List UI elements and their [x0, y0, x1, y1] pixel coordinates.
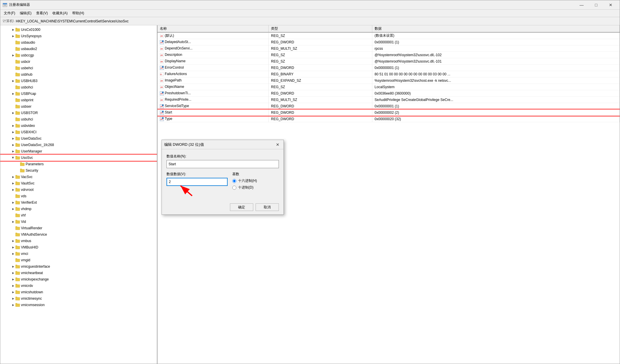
tree-arrow-usbccgp[interactable]: ▶: [11, 53, 15, 58]
tree-item-usbaudio[interactable]: usbaudio: [0, 39, 157, 46]
tree-item-USBPcap[interactable]: ▶ USBPcap: [0, 90, 157, 97]
table-row[interactable]: abDependOnServi... REG_MULTI_SZ rpcss: [157, 45, 620, 52]
tree-arrow-Vid[interactable]: ▶: [11, 219, 15, 224]
table-row[interactable]: 01FailureActions REG_BINARY 80 51 01 00 …: [157, 71, 620, 77]
radio-hex-label[interactable]: 十六进制(H): [232, 178, 279, 183]
tree-arrow-USBXHCI[interactable]: ▶: [11, 130, 15, 134]
tree-item-vhdmp[interactable]: ▶ vhdmp: [0, 206, 157, 212]
tree-item-usbprint[interactable]: usbprint: [0, 97, 157, 103]
table-row[interactable]: abErrorControl REG_DWORD 0x00000001 (1): [157, 65, 620, 71]
tree-item-USBHUB3[interactable]: ▶ USBHUB3: [0, 78, 157, 84]
tree-item-vhf[interactable]: vhf: [0, 212, 157, 219]
tree-arrow-vmci[interactable]: ▶: [11, 251, 15, 256]
tree-item-USBXHCI[interactable]: ▶ USBXHCI: [0, 129, 157, 135]
tree-arrow-UrsSynopsys[interactable]: ▶: [11, 34, 15, 38]
tree-item-UserDataSvc_1fc268[interactable]: ▶ UserDataSvc_1fc268: [0, 142, 157, 148]
radio-dec[interactable]: [232, 186, 236, 190]
table-row[interactable]: abDescription REG_SZ @%systemroot%\syste…: [157, 52, 620, 58]
tree-item-USBSTOR[interactable]: ▶ USBSTOR: [0, 110, 157, 116]
value-data-input[interactable]: [166, 178, 228, 186]
tree-arrow-UserManager[interactable]: ▶: [11, 149, 15, 154]
tree-item-usbser[interactable]: usbser: [0, 103, 157, 110]
menu-help[interactable]: 帮助(H): [70, 10, 86, 16]
tree-item-VirtualRender[interactable]: VirtualRender: [0, 225, 157, 231]
ok-button[interactable]: 确定: [230, 203, 253, 211]
tree-item-Parameters[interactable]: Parameters: [0, 161, 157, 167]
tree-item-vmictimesync[interactable]: ▶ vmictimesync: [0, 295, 157, 302]
tree-item-usbvideo[interactable]: ▶ usbvideo: [0, 122, 157, 129]
tree-item-usbcir[interactable]: usbcir: [0, 58, 157, 65]
tree-arrow-usbvideo[interactable]: ▶: [11, 123, 15, 128]
tree-item-VMBusHID[interactable]: ▶ VMBusHID: [0, 244, 157, 251]
tree-item-vmicrdv[interactable]: ▶ vmicrdv: [0, 283, 157, 289]
tree-arrow-UserDataSvc_1fc268[interactable]: ▶: [11, 143, 15, 147]
tree-item-VacSvc[interactable]: ▶ VacSvc: [0, 174, 157, 180]
menu-file[interactable]: 文件(F): [1, 10, 17, 16]
close-button[interactable]: ✕: [604, 1, 617, 9]
table-row[interactable]: abDisplayName REG_SZ @%systemroot%\syste…: [157, 58, 620, 65]
tree-item-UrsSynopsys[interactable]: ▶ UrsSynopsys: [0, 33, 157, 39]
tree-arrow-UserDataSvc[interactable]: ▶: [11, 136, 15, 141]
tree-arrow-vmicheartbeat[interactable]: ▶: [11, 271, 15, 275]
tree-panel[interactable]: ▶ UrsCx01000▶ UrsSynopsys usbaudio usbau…: [0, 25, 157, 364]
tree-arrow-VacSvc[interactable]: ▶: [11, 175, 15, 179]
tree-item-UserDataSvc[interactable]: ▶ UserDataSvc: [0, 135, 157, 142]
tree-arrow-USBPcap[interactable]: ▶: [11, 91, 15, 96]
radio-hex[interactable]: [232, 179, 236, 183]
table-row[interactable]: abDelayedAutoSt... REG_DWORD 0x00000001 …: [157, 39, 620, 45]
tree-item-VerifierExt[interactable]: ▶ VerifierExt: [0, 199, 157, 206]
table-row[interactable]: ab(默认) REG_SZ (数值未设置): [157, 32, 620, 39]
tree-arrow-VaultSvc[interactable]: ▶: [11, 181, 15, 186]
table-row[interactable]: abType REG_DWORD 0x00000020 (32): [157, 116, 620, 122]
tree-arrow-VerifierExt[interactable]: ▶: [11, 200, 15, 205]
table-row[interactable]: abStart REG_DWORD 0x00000002 (2): [157, 109, 620, 116]
table-row[interactable]: abImagePath REG_EXPAND_SZ %systemroot%\s…: [157, 77, 620, 84]
tree-arrow-vmicrdv[interactable]: ▶: [11, 283, 15, 288]
edit-dword-dialog[interactable]: 编辑 DWORD (32 位)值 ✕ 数值名称(N): 数值数据(V): 基数: [162, 140, 284, 215]
menu-view[interactable]: 查看(V): [34, 10, 50, 16]
tree-item-UrsCx01000[interactable]: ▶ UrsCx01000: [0, 26, 157, 33]
tree-item-vmicvmsession[interactable]: ▶ vmicvmsession: [0, 302, 157, 308]
maximize-button[interactable]: □: [589, 1, 603, 9]
table-row[interactable]: abRequiredPrivile... REG_MULTI_SZ SeAudi…: [157, 97, 620, 103]
tree-arrow-USBSTOR[interactable]: ▶: [11, 111, 15, 115]
table-row[interactable]: abPreshutdownTi... REG_DWORD 0x0036ee80 …: [157, 90, 620, 97]
tree-arrow-vmbus[interactable]: ▶: [11, 239, 15, 243]
tree-item-UsoSvc[interactable]: ▶ UsoSvc: [0, 155, 157, 161]
tree-item-UserManager[interactable]: ▶ UserManager: [0, 148, 157, 155]
radio-dec-label[interactable]: 十进制(D): [232, 185, 279, 190]
tree-item-VMAuthdService[interactable]: VMAuthdService: [0, 231, 157, 238]
tree-item-usbaudio2[interactable]: usbaudio2: [0, 46, 157, 52]
tree-item-vmci[interactable]: ▶ vmci: [0, 251, 157, 257]
tree-arrow-vhdmp[interactable]: ▶: [11, 207, 15, 211]
menu-favorites[interactable]: 收藏夹(A): [50, 10, 70, 16]
tree-item-VaultSvc[interactable]: ▶ VaultSvc: [0, 180, 157, 187]
tree-arrow-vmickvpexchange[interactable]: ▶: [11, 277, 15, 282]
tree-arrow-vmicshutdown[interactable]: ▶: [11, 290, 15, 294]
tree-arrow-vmicguestinterface[interactable]: ▶: [11, 264, 15, 269]
tree-item-vmicguestinterface[interactable]: ▶ vmicguestinterface: [0, 263, 157, 270]
menu-edit[interactable]: 编辑(E): [17, 10, 34, 16]
tree-item-usbohci[interactable]: usbohci: [0, 84, 157, 90]
tree-arrow-vdrvroot[interactable]: ▶: [11, 187, 15, 192]
tree-item-usbehci[interactable]: usbehci: [0, 65, 157, 71]
tree-item-vmicheartbeat[interactable]: ▶ vmicheartbeat: [0, 270, 157, 276]
tree-item-vmgid[interactable]: vmgid: [0, 257, 157, 263]
dialog-close-button[interactable]: ✕: [274, 141, 281, 148]
tree-item-vds[interactable]: vds: [0, 193, 157, 199]
tree-item-vmickvpexchange[interactable]: ▶ vmickvpexchange: [0, 276, 157, 283]
tree-item-vmicshutdown[interactable]: ▶ vmicshutdown: [0, 289, 157, 295]
table-row[interactable]: abObjectName REG_SZ LocalSystem: [157, 84, 620, 90]
tree-item-vdrvroot[interactable]: ▶ vdrvroot: [0, 187, 157, 193]
minimize-button[interactable]: —: [575, 1, 588, 9]
tree-arrow-UsoSvc[interactable]: ▶: [11, 155, 15, 160]
tree-arrow-vmictimesync[interactable]: ▶: [11, 296, 15, 301]
tree-item-Vid[interactable]: ▶ Vid: [0, 219, 157, 225]
tree-arrow-VMBusHID[interactable]: ▶: [11, 245, 15, 250]
tree-item-usbuhci[interactable]: usbuhci: [0, 116, 157, 122]
cancel-button[interactable]: 取消: [256, 203, 279, 211]
name-input[interactable]: [166, 160, 279, 168]
table-row[interactable]: abServiceSidType REG_DWORD 0x00000001 (1…: [157, 103, 620, 109]
tree-item-usbccgp[interactable]: ▶ usbccgp: [0, 52, 157, 58]
tree-arrow-vmicvmsession[interactable]: ▶: [11, 303, 15, 307]
